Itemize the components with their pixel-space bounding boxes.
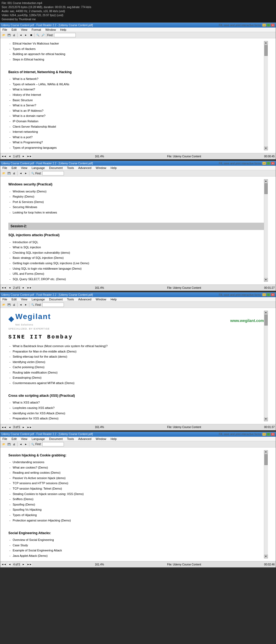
tb-save-3[interactable]: 💾	[6, 302, 11, 307]
window-controls-3[interactable]: ─ □ ✕	[262, 293, 275, 296]
scroll-down-btn-1[interactable]: ▼	[264, 147, 268, 150]
tb-open-4[interactable]: 📂	[1, 442, 6, 447]
scroll-down-btn-2[interactable]: ▼	[264, 278, 268, 282]
menu-advanced-2[interactable]: Advanced	[77, 166, 92, 170]
scroll-up-btn-1[interactable]: ▲	[264, 41, 268, 45]
menu-edit-1[interactable]: Edit	[11, 28, 18, 32]
tb-zoom-in-4[interactable]: 🔍	[30, 442, 35, 447]
menu-tools-4[interactable]: Tools	[66, 437, 75, 441]
menu-file-2[interactable]: File	[1, 166, 8, 170]
scroll-thumb-1[interactable]	[264, 45, 268, 56]
tb-open-1[interactable]: 📂	[1, 33, 6, 38]
maximize-button-4[interactable]: □	[267, 433, 270, 436]
menu-tools-3[interactable]: Tools	[66, 297, 75, 301]
tb-fwd-4[interactable]: ►	[23, 442, 28, 447]
menu-view-4[interactable]: View	[20, 437, 29, 441]
status-back-4[interactable]: ◄	[7, 562, 12, 567]
menu-edit-2[interactable]: Edit	[11, 166, 18, 170]
maximize-button-1[interactable]: □	[267, 23, 270, 27]
menu-window-1[interactable]: Window	[44, 28, 57, 32]
maximize-button-2[interactable]: □	[267, 162, 270, 165]
menu-window-2[interactable]: Window	[95, 166, 107, 170]
find-input-2[interactable]	[42, 171, 64, 175]
menu-document-4[interactable]: Document	[48, 437, 64, 441]
menu-window-3[interactable]: Window	[95, 297, 107, 301]
tb-save-1[interactable]: 💾	[6, 33, 11, 38]
menu-view-2[interactable]: View	[20, 166, 29, 170]
tb-back-1[interactable]: ◄	[18, 33, 23, 38]
tb-fwd-1[interactable]: ►	[23, 33, 28, 38]
scroll-thumb-3[interactable]	[264, 315, 268, 326]
menu-view-3[interactable]: View	[20, 297, 29, 301]
tb-save-2[interactable]: 💾	[6, 171, 11, 176]
find-input-4[interactable]	[42, 442, 64, 446]
status-end-4[interactable]: ►►	[27, 562, 32, 567]
status-end-1[interactable]: ►►	[27, 154, 32, 159]
menu-advanced-3[interactable]: Advanced	[77, 297, 92, 301]
status-back-2[interactable]: ◄	[7, 285, 12, 290]
menu-view-1[interactable]: View	[20, 28, 29, 32]
scroll-track-1[interactable]	[264, 45, 268, 147]
window-controls-1[interactable]: ─ □ ✕	[262, 23, 275, 27]
tb-zoom-in-2[interactable]: 🔍	[30, 171, 35, 176]
tb-zoom-in-1[interactable]: 🔍	[35, 33, 40, 38]
status-next-3[interactable]: ►	[21, 425, 26, 430]
maximize-button-3[interactable]: □	[267, 293, 270, 296]
close-button-3[interactable]: ✕	[271, 293, 275, 296]
menu-file-1[interactable]: File	[1, 28, 8, 32]
window-controls-2[interactable]: ─ □ ✕	[262, 162, 275, 165]
tb-print-3[interactable]: 🖨	[12, 302, 16, 307]
scroll-up-btn-4[interactable]: ▲	[264, 450, 268, 454]
scroll-up-btn-2[interactable]: ▲	[264, 179, 268, 183]
menu-document-3[interactable]: Document	[48, 297, 64, 301]
status-back-3[interactable]: ◄	[7, 425, 12, 430]
scroll-track-2[interactable]	[264, 183, 268, 278]
status-next-1[interactable]: ►	[21, 154, 26, 159]
close-button-2[interactable]: ✕	[271, 162, 275, 165]
tb-save-4[interactable]: 💾	[6, 442, 11, 447]
scroll-thumb-4[interactable]	[264, 454, 268, 465]
close-button-4[interactable]: ✕	[271, 433, 275, 436]
menu-format-1[interactable]: Format	[30, 28, 42, 32]
find-input-1[interactable]	[54, 33, 76, 37]
tb-open-2[interactable]: 📂	[1, 171, 6, 176]
status-prev-1[interactable]: ◄◄	[1, 154, 6, 159]
scroll-track-4[interactable]	[264, 454, 268, 555]
tb-print-4[interactable]: 🖨	[12, 442, 16, 447]
status-prev-3[interactable]: ◄◄	[1, 425, 6, 430]
status-prev-4[interactable]: ◄◄	[1, 562, 6, 567]
minimize-button-3[interactable]: ─	[262, 293, 266, 296]
tb-open-3[interactable]: 📂	[1, 302, 6, 307]
tb-fwd-2[interactable]: ►	[23, 171, 28, 176]
menu-document-2[interactable]: Document	[48, 166, 64, 170]
menu-help-2[interactable]: Help	[109, 166, 118, 170]
menu-file-4[interactable]: File	[1, 437, 8, 441]
close-button-1[interactable]: ✕	[271, 23, 275, 27]
menu-help-3[interactable]: Help	[109, 297, 118, 301]
menu-advanced-4[interactable]: Advanced	[77, 437, 92, 441]
tb-back-3[interactable]: ◄	[18, 302, 23, 307]
menu-help-4[interactable]: Help	[109, 437, 118, 441]
menu-language-3[interactable]: Language	[30, 297, 46, 301]
scroll-track-3[interactable]	[264, 314, 268, 417]
tb-back-2[interactable]: ◄	[18, 171, 23, 176]
menu-help-1[interactable]: Help	[59, 28, 67, 32]
tb-print-1[interactable]: 🖨	[12, 33, 16, 38]
scroll-down-btn-4[interactable]: ▼	[264, 555, 268, 558]
minimize-button-1[interactable]: ─	[262, 23, 266, 27]
menu-window-4[interactable]: Window	[95, 437, 107, 441]
status-next-2[interactable]: ►	[21, 285, 26, 290]
status-back-1[interactable]: ◄	[7, 154, 12, 159]
tb-print-2[interactable]: 🖨	[12, 171, 16, 176]
tb-stop-1[interactable]: ⏹	[29, 33, 33, 38]
menu-language-4[interactable]: Language	[30, 437, 46, 441]
menu-file-3[interactable]: File	[1, 297, 8, 301]
status-end-3[interactable]: ►►	[27, 425, 32, 430]
tb-back-4[interactable]: ◄	[18, 442, 23, 447]
window-controls-4[interactable]: ─ □ ✕	[262, 433, 275, 436]
find-input-3[interactable]	[42, 303, 64, 307]
menu-edit-3[interactable]: Edit	[11, 297, 18, 301]
status-end-2[interactable]: ►►	[27, 285, 32, 290]
menu-language-2[interactable]: Language	[30, 166, 46, 170]
menu-edit-4[interactable]: Edit	[11, 437, 18, 441]
